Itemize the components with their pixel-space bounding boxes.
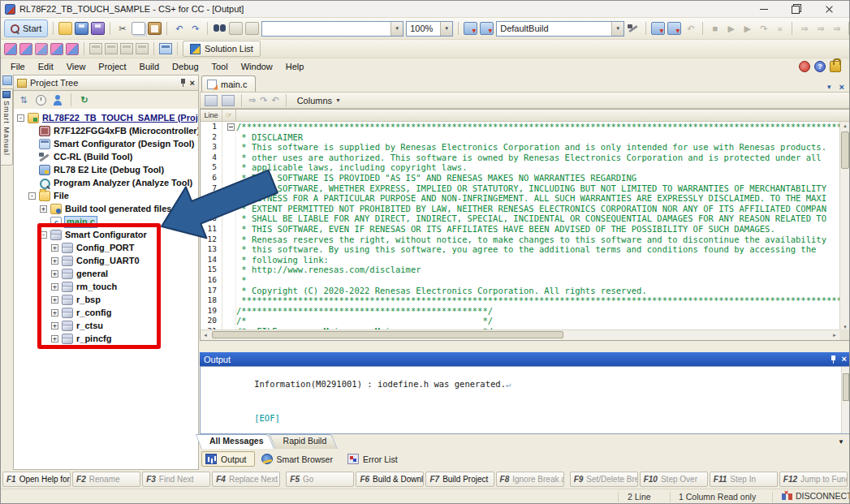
code-line[interactable]: 17 * Copyright (C) 2020-2022 Renesas Ele… (201, 286, 839, 296)
fkey-button[interactable]: F3 Find Next (142, 472, 210, 487)
run-no-break-icon[interactable]: ▶ (740, 22, 754, 35)
output-scroll-thumb[interactable] (843, 373, 849, 401)
copy-icon[interactable] (132, 22, 145, 35)
window-layout-3-icon[interactable] (120, 43, 133, 54)
download-icon[interactable] (667, 22, 681, 35)
tree-item[interactable]: Smart Configurator (Design Tool) (14, 137, 198, 150)
horizontal-scroll-thumb[interactable] (212, 331, 563, 338)
code-line[interactable]: 14 * following link: (201, 255, 839, 265)
search-combobox[interactable]: ▼ (261, 21, 403, 37)
mixed-display-icon[interactable] (205, 95, 218, 106)
run-icon[interactable]: ▶ (724, 22, 738, 35)
code-line[interactable]: 13 * this software. By using this softwa… (201, 244, 839, 255)
feedback-icon[interactable] (799, 61, 810, 72)
window-layout-4-icon[interactable] (136, 43, 149, 54)
back-history-icon[interactable]: ↶ (271, 95, 278, 106)
help-icon[interactable] (814, 61, 826, 72)
code-line[interactable]: 12 * Renesas reserves the right, without… (201, 235, 839, 245)
code-line[interactable]: 19 /************************************… (201, 306, 839, 317)
menu-item[interactable]: Debug (166, 59, 205, 74)
code-line[interactable]: 1 /*************************************… (201, 122, 839, 132)
user-filter-icon[interactable] (51, 94, 64, 106)
message-tab[interactable]: Rapid Build (275, 434, 342, 449)
rewind-icon[interactable]: « (773, 22, 787, 35)
dock-tab[interactable]: Output (201, 451, 255, 467)
tree-item[interactable]: CC-RL (Build Tool) (14, 150, 198, 163)
code-line[interactable]: 9 * EXTENT PERMITTED NOT PROHIBITED BY L… (201, 204, 839, 214)
fkey-button[interactable]: F12 Jump to Functio... (779, 472, 848, 487)
scroll-up-icon[interactable]: ▲ (840, 123, 850, 128)
pin-icon[interactable] (179, 78, 187, 88)
dock-tab[interactable]: Smart Browser (257, 451, 341, 467)
menu-item[interactable]: Help (279, 59, 311, 74)
document-close-icon[interactable]: × (839, 82, 844, 92)
tab-list-dropdown-icon[interactable]: ▾ (827, 83, 831, 91)
editor-horizontal-scrollbar[interactable]: ◄ ► (201, 330, 839, 340)
scroll-left-icon[interactable]: ◄ (203, 333, 208, 338)
license-icon[interactable] (830, 61, 841, 72)
code-line[interactable]: 15 * http://www.renesas.com/disclaimer (201, 265, 839, 275)
code-line[interactable]: 16 * (201, 275, 839, 286)
menu-item[interactable]: Project (92, 59, 132, 74)
fkey-button[interactable]: F2 Rename (72, 472, 140, 487)
menu-item[interactable]: Edit (32, 59, 60, 74)
code-line[interactable]: 6 * THIS SOFTWARE IS PROVIDED "AS IS" AN… (201, 173, 839, 183)
line-marker-column[interactable] (222, 265, 236, 275)
close-icon[interactable] (813, 1, 845, 17)
fkey-button[interactable]: F5 Go (286, 472, 354, 487)
build-mode-dropdown-icon[interactable]: ▼ (611, 22, 623, 36)
fkey-button[interactable]: F9 Set/Delete Bre... (570, 472, 638, 487)
undo-icon[interactable]: ↶ (172, 22, 186, 35)
minimize-icon[interactable] (748, 1, 780, 17)
disconnect-debugger-icon[interactable]: ↶ (684, 22, 697, 35)
code-line[interactable]: 2 * DISCLAIMER (201, 132, 839, 143)
start-button[interactable]: Start (4, 19, 48, 37)
step-over-icon[interactable]: ⇒ (813, 22, 827, 35)
sort-icon[interactable]: ⇅ (17, 94, 30, 106)
save-solution-icon[interactable] (66, 43, 79, 55)
editor-tab-main-c[interactable]: main.c (201, 75, 256, 92)
save-all-icon[interactable] (91, 22, 105, 35)
build-mode-combobox[interactable]: DefaultBuild ▼ (496, 21, 624, 37)
line-marker-column[interactable] (222, 316, 236, 326)
restart-icon[interactable]: ↷ (757, 22, 770, 35)
tree-expander-icon[interactable]: - (28, 192, 36, 200)
code-line[interactable]: 11 * THIS SOFTWARE, EVEN IF RENESAS OR I… (201, 224, 839, 235)
address-display-icon[interactable] (222, 95, 235, 106)
window-layout-2-icon[interactable] (105, 43, 118, 54)
build-download-icon[interactable] (651, 22, 665, 35)
zoom-dropdown-icon[interactable]: ▼ (440, 22, 452, 36)
paste-icon[interactable] (148, 22, 162, 35)
step-in-icon[interactable]: ⇒ (797, 22, 811, 35)
add-subproject-icon[interactable] (50, 43, 63, 55)
tree-expander-icon[interactable]: + (40, 205, 47, 213)
code-line[interactable]: 3 * This software is supplied by Renesas… (201, 142, 839, 153)
pane-overflow-icon[interactable]: ▼ (838, 438, 844, 446)
search-dropdown-icon[interactable]: ▼ (390, 22, 403, 36)
fkey-button[interactable]: F10 Step Over (640, 472, 708, 487)
dock-tab[interactable]: Error List (343, 451, 406, 467)
fkey-button[interactable]: F6 Build & Downl... (356, 472, 424, 487)
save-project-icon[interactable] (75, 22, 88, 35)
window-layout-1-icon[interactable] (89, 43, 102, 54)
stop-icon[interactable]: ■ (708, 22, 722, 35)
code-view[interactable]: 1 /*************************************… (201, 122, 839, 331)
new-project-icon[interactable] (4, 43, 17, 55)
redo-icon[interactable]: ↷ (188, 22, 202, 35)
code-line[interactable]: 10 * SHALL BE LIABLE FOR ANY DIRECT, IND… (201, 213, 839, 224)
scroll-right-icon[interactable]: ► (832, 333, 837, 338)
line-marker-column[interactable] (222, 286, 236, 296)
line-marker-column[interactable] (222, 142, 236, 153)
menu-item[interactable]: View (60, 59, 93, 74)
code-line[interactable]: 8 * FITNESS FOR A PARTICULAR PURPOSE AND… (201, 193, 839, 204)
fkey-button[interactable]: F1 Open Help for... (2, 472, 71, 487)
output-body[interactable]: Information(M0291001) : iodefine.h was g… (200, 366, 850, 434)
restore-icon[interactable] (780, 1, 813, 17)
fkey-button[interactable]: F7 Build Project (425, 472, 494, 487)
line-marker-column[interactable] (222, 153, 236, 163)
refresh-icon[interactable]: ↻ (78, 94, 91, 106)
build-icon[interactable] (627, 22, 641, 35)
code-line[interactable]: 5 * applicable laws, including copyright… (201, 162, 839, 173)
find-next-icon[interactable] (229, 22, 243, 35)
message-tab[interactable]: All Messages (201, 434, 278, 449)
